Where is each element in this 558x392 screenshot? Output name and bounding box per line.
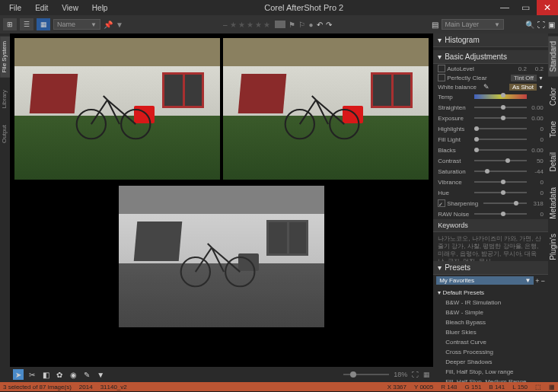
image-thumbnail[interactable] (14, 38, 220, 180)
adjust-label: Highlights (438, 126, 474, 132)
rotate-tool[interactable]: ◧ (40, 369, 51, 380)
zoom-slider[interactable] (343, 374, 389, 375)
menu-file[interactable]: File (3, 2, 27, 14)
fit-icon[interactable]: ⛶ (412, 371, 419, 378)
maximize-button[interactable]: ▭ (515, 0, 537, 15)
adjust-slider[interactable] (474, 117, 527, 119)
perfectlyclear-checkbox[interactable] (438, 74, 445, 81)
autolevel-checkbox[interactable] (438, 65, 445, 72)
tab-file-system[interactable]: File System (0, 37, 10, 78)
tab-color[interactable]: Color (548, 83, 558, 110)
status-l: L 150 (512, 384, 528, 390)
brush-tool[interactable]: ✎ (81, 369, 92, 380)
histogram-header[interactable]: ▾ Histogram (433, 33, 548, 47)
tab-tone[interactable]: Tone (548, 116, 558, 142)
adjust-slider[interactable] (474, 149, 527, 151)
redo-icon[interactable]: ↷ (326, 21, 332, 29)
status-icon[interactable]: ⬚ (535, 384, 541, 390)
whitebalance-label: White balance (438, 84, 483, 91)
keywords-content[interactable]: 나가노코오, 나카이즈미 카와, 가면, 산줄기 강가, 사찰, 평범한 강마을… (433, 232, 548, 261)
chevron-down-icon[interactable]: ▼ (538, 84, 544, 90)
preset-item[interactable]: Bleach Bypass (445, 317, 545, 327)
adjust-slider[interactable] (474, 171, 527, 172)
presets-header[interactable]: ▾ Presets (433, 261, 548, 275)
preset-item[interactable]: Fill, Half Stop, Medium Range (445, 377, 545, 382)
adjust-slider[interactable] (474, 213, 527, 215)
search-icon[interactable]: 🔍 (525, 21, 534, 29)
basic-adjustments-header[interactable]: ▾ Basic Adjustments (433, 50, 548, 64)
perfectlyclear-value[interactable]: Tint Off (511, 75, 537, 81)
single-view-icon[interactable]: ▦ (37, 18, 50, 30)
preset-item[interactable]: B&W - IR Simulation (445, 298, 545, 308)
tag-icon[interactable]: ● (308, 21, 313, 29)
presets-dropdown[interactable]: My Favorites ▼ (436, 276, 534, 285)
flag-pick-icon[interactable]: ⚑ (289, 21, 295, 29)
pointer-tool[interactable]: ➤ (13, 369, 24, 380)
keywords-header: Keywords (433, 219, 548, 232)
split-view-icon[interactable]: ☰ (20, 18, 33, 30)
remove-preset-button[interactable]: − (541, 277, 545, 285)
chevron-down-icon[interactable]: ▼ (538, 75, 544, 81)
image-thumbnail[interactable] (119, 186, 324, 327)
status-x: X 3367 (387, 384, 407, 390)
adjust-label: Saturation (438, 168, 474, 175)
image-thumbnail[interactable] (223, 38, 429, 180)
sort-dropdown[interactable]: Name ▼ (53, 19, 100, 30)
tab-library[interactable]: Library (0, 85, 10, 113)
layers-icon[interactable]: ▤ (432, 21, 438, 29)
preset-item[interactable]: Fill, Half Stop, Low range (445, 367, 545, 377)
preset-folder[interactable]: ▾ Default Presets (438, 288, 545, 298)
adjust-slider[interactable] (474, 160, 527, 161)
pin-icon[interactable]: 📌 (104, 21, 113, 29)
preset-item[interactable]: Deeper Shadows (445, 357, 545, 367)
tab-output[interactable]: Output (0, 120, 10, 148)
basic-adjustments-title: Basic Adjustments (445, 53, 507, 61)
color-label[interactable] (275, 21, 285, 28)
adjust-slider[interactable] (474, 107, 527, 108)
minimize-button[interactable]: — (494, 0, 515, 15)
layer-dropdown[interactable]: Main Layer ▼ (442, 19, 504, 30)
undo-icon[interactable]: ↶ (317, 21, 323, 29)
tab-detail[interactable]: Detail (548, 148, 558, 177)
adjust-slider[interactable] (474, 192, 527, 193)
adjust-slider[interactable] (474, 139, 527, 140)
adjustment-row: Saturation -44 (433, 166, 548, 177)
adjust-value: 0.00 (527, 115, 544, 122)
whitebalance-value[interactable]: As Shot (509, 84, 537, 91)
close-button[interactable]: ✕ (537, 0, 558, 15)
adjust-value: 0 (527, 211, 544, 218)
redeye-tool[interactable]: ◉ (68, 369, 78, 380)
temp-slider[interactable] (474, 94, 527, 99)
clear-rating[interactable]: – (223, 21, 228, 29)
status-icon-2[interactable]: ▦ (549, 384, 555, 390)
grid-view-icon[interactable]: ⊞ (3, 18, 17, 30)
menu-help[interactable]: Help (86, 2, 114, 14)
preset-item[interactable]: B&W - Simple (445, 308, 545, 317)
heal-tool[interactable]: ✿ (54, 369, 65, 380)
crop-tool[interactable]: ✂ (27, 369, 37, 380)
dropdown-icon[interactable]: ▼ (95, 369, 106, 380)
adjust-checkbox[interactable] (438, 199, 445, 207)
adjust-slider[interactable] (483, 202, 527, 204)
expand-icon[interactable]: ⛶ (537, 21, 545, 29)
fullscreen-icon[interactable]: ▣ (548, 21, 555, 29)
adjust-slider[interactable] (474, 181, 527, 183)
eyedropper-icon[interactable]: ✎ (483, 83, 489, 91)
add-preset-button[interactable]: + (535, 277, 539, 285)
adjust-slider[interactable] (474, 128, 527, 129)
chevron-down-icon: ▼ (525, 277, 531, 284)
preset-item[interactable]: Bluer Skies (445, 327, 545, 337)
menu-edit[interactable]: Edit (29, 2, 54, 14)
tab-plugins[interactable]: Plugin's (548, 229, 558, 265)
flag-reject-icon[interactable]: ⚐ (298, 21, 305, 29)
menu-view[interactable]: View (56, 2, 84, 14)
tab-metadata[interactable]: Metadata (548, 183, 558, 224)
perfectlyclear-label: Perfectly Clear (447, 75, 493, 81)
actual-size-icon[interactable]: ▦ (423, 371, 430, 378)
adjustment-row: RAW Noise 0 (433, 209, 548, 219)
filter-icon[interactable]: ▼ (116, 21, 123, 29)
star-rating[interactable]: ★★★★★ (230, 21, 272, 29)
preset-item[interactable]: Cross Processing (445, 347, 545, 357)
tab-standard[interactable]: Standard (548, 37, 558, 77)
preset-item[interactable]: Contrast Curve (445, 337, 545, 347)
